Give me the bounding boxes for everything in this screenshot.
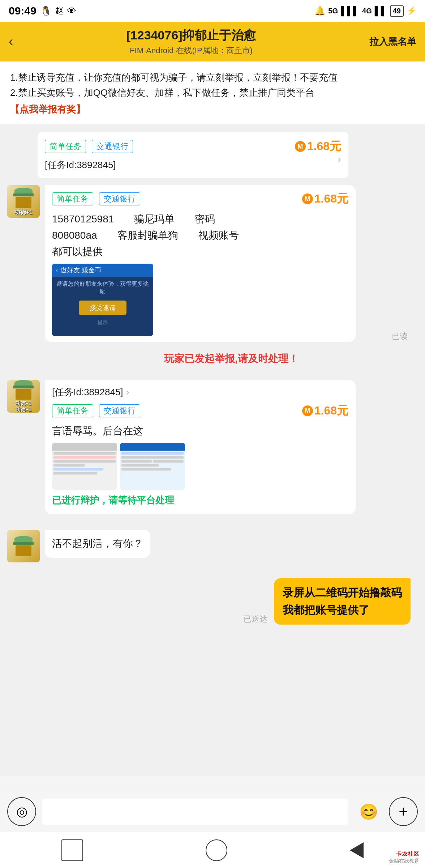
inline-screenshot-1: ‹ 邀好友 赚金币 邀请您的好朋友来体验，获得更多奖励 接受邀请 提示 [52, 264, 153, 336]
user-icon: 赵 [55, 5, 63, 16]
msg-content-2: 言语辱骂。后台在这 [52, 423, 348, 439]
bubble-content-2: [任务Id:3892845] › 简单任务 交通银行 M 1.68元 [45, 380, 418, 514]
bubble-right-4: 录屏从二维码开始撸敲码我都把账号提供了 [274, 578, 411, 625]
status-left: 09:49 🐧 赵 👁 [9, 5, 76, 17]
iss-body-1: 邀请您的好朋友来体验，获得更多奖励 接受邀请 提示 [52, 277, 153, 336]
msg-content-3: 活不起别活，有你？ [52, 536, 143, 552]
avatar-3 [7, 530, 40, 562]
signal-bars: ▌▌▌ [341, 6, 359, 16]
bubble-tags-row-2: 简单任务 交通银行 M 1.68元 [52, 403, 348, 419]
bubble-left-2: [任务Id:3892845] › 简单任务 交通银行 M 1.68元 [45, 380, 356, 514]
task-id-label-1: [任务Id:3892845] [45, 159, 116, 171]
task-tags-1: 简单任务 交通银行 [45, 140, 136, 153]
msg-row-3: 活不起别活，有你？ [0, 526, 425, 567]
status-time: 09:49 [9, 5, 37, 17]
bubble-content-1: 简单任务 交通银行 M 1.68元 15870125981 骗尼玛单 密码 80… [45, 185, 387, 341]
avatar-text-2a: 功德+1 [16, 400, 31, 407]
charging-icon: ⚡ [407, 6, 416, 16]
bubble-task-header-1: 简单任务 交通银行 M 1.68元 [52, 191, 348, 207]
msg-row-4: 已送达 录屏从二维码开始撸敲码我都把账号提供了 [0, 574, 425, 629]
message-input[interactable] [42, 799, 348, 825]
bubble-m-icon-1: M [302, 193, 313, 204]
bubble-tag-simple-2: 简单任务 [52, 404, 93, 417]
battery-indicator: 49 [390, 5, 404, 17]
brand-logo-area: 卡农社区 金融在线教育 [389, 850, 419, 864]
avatar-2: 功德+1 功德+1 [7, 380, 40, 413]
signal-5g: 5G [328, 7, 338, 15]
send-label-4: 已送达 [244, 614, 267, 625]
message-group-2: 功德+1 功德+1 [任务Id:3892845] › 简单任务 [0, 376, 425, 519]
brand-tagline: 金融在线教育 [389, 858, 419, 864]
bubble-price-1: M 1.68元 [302, 191, 348, 207]
signal-4g: 4G [362, 7, 372, 15]
status-bar: 09:49 🐧 赵 👁 🔔 5G ▌▌▌ 4G ▌▌ 49 ⚡ [0, 0, 425, 22]
avatar-text-line1: 功德+1 [14, 209, 33, 216]
warning-text-1: 1.禁止诱导充值，让你充值的都可视为骗子，请立刻举报，立刻举报！不要充值 [10, 70, 415, 85]
emoji-button[interactable]: 😊 [354, 797, 383, 826]
system-nav-bar: 卡农社区 金融在线教育 [0, 832, 425, 868]
nav-square-button[interactable] [61, 839, 83, 861]
task-id-row-1: [任务Id:3892845] › [45, 159, 341, 171]
voice-icon: ◎ [16, 804, 27, 819]
message-group-1: 简单任务 交通银行 M 1.68元 [任务Id:3892845] › [0, 132, 425, 368]
brand-name: 卡农社区 [389, 850, 419, 858]
iss-title-text: 邀好友 赚金币 [60, 266, 101, 275]
thumb-1 [52, 443, 117, 490]
arrow-icon-1[interactable]: › [338, 153, 341, 165]
nav-back-button[interactable] [350, 842, 364, 858]
bubble-m-icon-2: M [302, 405, 313, 416]
chat-subtitle: FIM-Android-在线(IP属地：商丘市) [17, 45, 366, 56]
add-button[interactable]: + [389, 797, 418, 826]
bubble-tags-2: 简单任务 交通银行 [52, 404, 143, 417]
task-id-2: [任务Id:3892845] [52, 386, 123, 399]
penguin-icon: 🐧 [40, 5, 52, 17]
bubble-amount-1: 1.68元 [314, 191, 348, 207]
blacklist-button[interactable]: 拉入黑名单 [369, 35, 416, 48]
nav-home-button[interactable] [206, 839, 227, 861]
iss-accept-btn[interactable]: 接受邀请 [79, 301, 126, 315]
bubble-tag-bank-1: 交通银行 [99, 192, 140, 205]
thumbnail-row-2 [52, 443, 348, 490]
bubble-task-header-2: [任务Id:3892845] › [52, 386, 348, 399]
chat-area: 简单任务 交通银行 M 1.68元 [任务Id:3892845] › [0, 125, 425, 776]
input-bar: ◎ 😊 + [0, 791, 425, 832]
thumb-2 [120, 443, 185, 490]
thumb-body-1 [52, 451, 117, 490]
thumb-bar-1 [52, 443, 117, 451]
m-coin-icon-1: M [295, 141, 306, 152]
avatar-text-2b: 功德+1 [16, 407, 31, 413]
bubble-price-2: M 1.68元 [302, 403, 348, 419]
bubble-left-1: 简单任务 交通银行 M 1.68元 15870125981 骗尼玛单 密码 80… [45, 185, 356, 341]
tag-bank-1: 交通银行 [92, 140, 133, 153]
status-right: 🔔 5G ▌▌▌ 4G ▌▌ 49 ⚡ [314, 5, 416, 17]
bubble-amount-2: 1.68元 [314, 403, 348, 419]
voice-button[interactable]: ◎ [7, 797, 36, 826]
thumb-body-2 [120, 451, 185, 490]
iss-body-text: 邀请您的好朋友来体验，获得更多奖励 [56, 280, 150, 295]
bubble-left-3: 活不起别活，有你？ [45, 530, 150, 558]
iss-hint: 提示 [98, 319, 108, 326]
back-button[interactable]: ‹ [9, 34, 13, 49]
task-card-header-1: 简单任务 交通银行 M 1.68元 [45, 139, 341, 154]
arrow-icon-2[interactable]: › [126, 386, 129, 398]
warning-banner: 1.禁止诱导充值，让你充值的都可视为骗子，请立刻举报，立刻举报！不要充值 2.禁… [0, 61, 425, 125]
emoji-icon: 😊 [359, 803, 378, 821]
plus-icon: + [399, 803, 408, 821]
avatar-img-1: 功德+1 [7, 185, 40, 218]
message-group-3: 活不起别活，有你？ [0, 526, 425, 567]
report-link[interactable]: 【点我举报有奖】 [10, 103, 415, 116]
signal-bars-2: ▌▌ [375, 6, 387, 16]
bubble-tags-1: 简单任务 交通银行 [52, 192, 143, 205]
sent-bubble-row: 已送达 录屏从二维码开始撸敲码我都把账号提供了 [244, 578, 418, 625]
thumb-bar-2 [120, 443, 185, 451]
task-card-1: 简单任务 交通银行 M 1.68元 [任务Id:3892845] › [38, 132, 348, 178]
msg-row-1: 功德+1 简单任务 交通银行 M [0, 181, 425, 346]
tag-simple-task-1: 简单任务 [45, 140, 86, 153]
msg-row-2: 功德+1 功德+1 [任务Id:3892845] › 简单任务 [0, 376, 425, 519]
alarm-icon: 🔔 [314, 6, 325, 16]
task-id-row-2: [任务Id:3892845] › [52, 386, 129, 399]
message-group-4: 已送达 录屏从二维码开始撸敲码我都把账号提供了 [0, 574, 425, 629]
chat-header: ‹ [1234076]抑郁止于治愈 FIM-Android-在线(IP属地：商丘… [0, 22, 425, 61]
header-center: [1234076]抑郁止于治愈 FIM-Android-在线(IP属地：商丘市) [13, 27, 369, 56]
iss-back-icon: ‹ [56, 266, 58, 274]
